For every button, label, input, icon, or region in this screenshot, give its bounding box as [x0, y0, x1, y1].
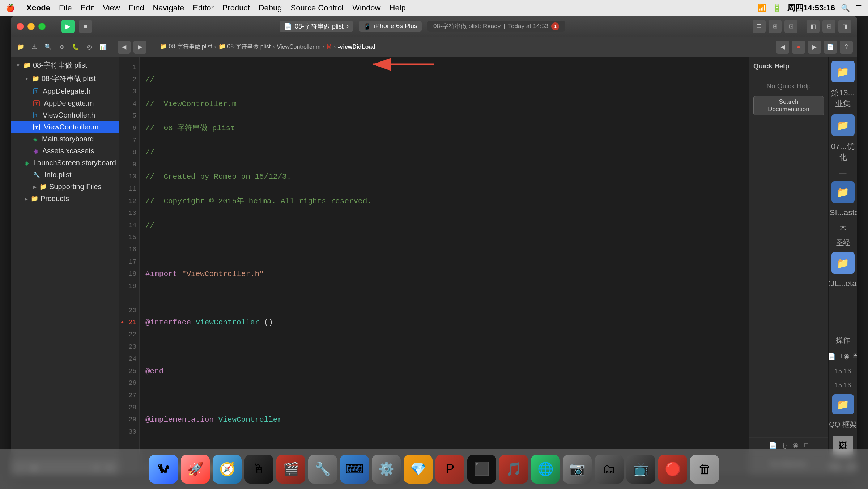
warning-icon-btn[interactable]: ⚠	[29, 42, 40, 52]
dock-app1[interactable]: 🎵	[499, 455, 528, 484]
menubar-debug[interactable]: Debug	[259, 3, 282, 13]
right-folder-2[interactable]: 📁	[831, 114, 855, 136]
debug-icon-btn[interactable]: 🐛	[70, 42, 81, 52]
tree-item-viewcontroller-h[interactable]: h ViewController.h	[11, 109, 119, 121]
dock-finder[interactable]: 🐿	[149, 455, 178, 484]
breadcrumb-sep-1: ›	[214, 44, 216, 50]
tree-item-launchscreen[interactable]: ◈ LaunchScreen.storyboard	[11, 157, 119, 169]
breadcrumb-symbol[interactable]: -viewDidLoad	[338, 44, 375, 50]
dock-pp[interactable]: P	[435, 455, 464, 484]
test-icon-btn[interactable]: ◎	[84, 42, 95, 52]
code-editor[interactable]: 1 2 3 4 5 6 7 8 9 10 11 12 13 14	[119, 57, 749, 475]
tree-item-group[interactable]: ▼ 📁 08-字符串做 plist	[11, 72, 119, 85]
dock-settings[interactable]: ⚙️	[372, 455, 401, 484]
dock-mouse[interactable]: 🖱	[244, 455, 273, 484]
right-folder-4[interactable]: 📁	[831, 252, 855, 274]
dock-launchpad[interactable]: 🚀	[181, 455, 210, 484]
rpb-file-icon[interactable]: 📄	[769, 441, 777, 449]
breadcrumb-group[interactable]: 📁 08-字符串做 plist	[218, 43, 271, 51]
dock-app5[interactable]: 📺	[626, 455, 655, 484]
tree-item-viewcontroller-m[interactable]: m ViewController.m	[11, 121, 119, 133]
tree-item-supporting-files[interactable]: ▶ 📁 Supporting Files	[11, 181, 119, 193]
version-editor-btn[interactable]: ⊡	[784, 20, 797, 33]
nav-left-btn[interactable]: ◀	[776, 41, 789, 54]
device-selector[interactable]: 📱 iPhone 6s Plus	[359, 21, 422, 32]
menubar-xcode[interactable]: Xcode	[26, 3, 50, 13]
rpb-square-icon[interactable]: □	[804, 442, 808, 449]
assistant-btn[interactable]: ⊞	[769, 20, 782, 33]
line-3: 3	[122, 86, 136, 98]
tree-item-appdelegate-m[interactable]: m AppDelegate.m	[11, 97, 119, 109]
right-actions: 📄 □ ◉ 🖥	[828, 350, 857, 362]
right-folder-3[interactable]: 📁	[831, 181, 855, 203]
search-documentation-btn[interactable]: Search Documentation	[753, 96, 824, 115]
search-icon-btn[interactable]: 🔍	[43, 42, 54, 52]
apple-menu-icon[interactable]: 🍎	[6, 4, 15, 12]
doc-help-btn[interactable]: ?	[840, 41, 853, 54]
folder-icon-btn[interactable]: 📁	[15, 42, 26, 52]
scm-icon-btn[interactable]: ⊕	[56, 42, 67, 52]
menubar-edit[interactable]: Edit	[80, 3, 94, 13]
dock-app4[interactable]: 🗂	[595, 455, 624, 484]
control-center-icon[interactable]: ☰	[856, 4, 862, 12]
menubar-help[interactable]: Help	[390, 3, 406, 13]
close-button[interactable]	[17, 23, 24, 30]
breadcrumb-project[interactable]: 📁 08-字符串做 plist	[160, 43, 212, 51]
nav-back-btn[interactable]: ◀	[118, 41, 131, 54]
dock-sketch[interactable]: 💎	[404, 455, 433, 484]
minimize-button[interactable]	[27, 23, 35, 30]
right-act-square[interactable]: □	[838, 352, 842, 360]
menubar-file[interactable]: File	[59, 3, 72, 13]
right-act-monitor[interactable]: 🖥	[852, 352, 857, 360]
breadcrumb-file[interactable]: ViewController.m	[277, 44, 321, 50]
stop-button[interactable]: ■	[79, 20, 92, 33]
maximize-button[interactable]	[38, 23, 46, 30]
menubar-find[interactable]: Find	[129, 3, 144, 13]
menubar-editor[interactable]: Editor	[193, 3, 213, 13]
tree-item-info-plist[interactable]: 🔧 Info.plist	[11, 169, 119, 181]
dock-media[interactable]: 🎬	[276, 455, 305, 484]
code-line-16	[145, 438, 743, 450]
dock-tools[interactable]: 🔧	[308, 455, 337, 484]
search-icon[interactable]: 🔍	[841, 4, 850, 12]
tree-item-products[interactable]: ▶ 📁 Products	[11, 193, 119, 205]
left-panel-btn[interactable]: ◧	[807, 20, 820, 33]
run-button[interactable]: ▶	[61, 20, 75, 33]
right-folder-5[interactable]: 📁	[832, 394, 854, 414]
line-13: 13	[122, 207, 136, 220]
add-file-btn[interactable]: 📄	[824, 41, 837, 54]
menubar-product[interactable]: Product	[222, 3, 250, 13]
right-act-circle[interactable]: ◉	[844, 352, 850, 360]
rpb-circle-icon[interactable]: ◉	[793, 441, 799, 449]
tree-item-root-project[interactable]: ▼ 📁 08-字符串做 plist	[11, 59, 119, 72]
bottom-panel-btn[interactable]: ⊟	[822, 20, 835, 33]
dock-app2[interactable]: 🌐	[531, 455, 560, 484]
code-content[interactable]: // // ViewController.m // 08-字符串做 plist …	[140, 57, 749, 475]
menubar-view[interactable]: View	[103, 3, 120, 13]
dock-safari[interactable]: 🧭	[213, 455, 242, 484]
error-indicator-btn[interactable]: ●	[792, 41, 805, 54]
menubar-window[interactable]: Window	[352, 3, 380, 13]
tree-item-assets[interactable]: ◉ Assets.xcassets	[11, 145, 119, 157]
right-folder-1[interactable]: 📁	[831, 61, 855, 82]
dock-xcode[interactable]: ⌨	[340, 455, 369, 484]
rpb-braces-icon[interactable]: {}	[783, 442, 787, 449]
panel-toggle-btn[interactable]: ☰	[753, 20, 766, 33]
dock-app6[interactable]: 🔴	[658, 455, 687, 484]
nav-right-btn[interactable]: ▶	[808, 41, 821, 54]
scheme-selector[interactable]: 📄 08-字符串做 plist ›	[280, 21, 353, 32]
dock-trash[interactable]: 🗑	[690, 455, 719, 484]
right-panel-btn[interactable]: ◨	[838, 20, 851, 33]
breadcrumb-filetype[interactable]: M	[327, 44, 332, 50]
menubar-navigate[interactable]: Navigate	[153, 3, 184, 13]
tree-label-products: Products	[41, 195, 69, 203]
nav-fwd-btn[interactable]: ▶	[133, 41, 146, 54]
report-icon-btn[interactable]: 📊	[98, 42, 109, 52]
dock-app3[interactable]: 📷	[563, 455, 592, 484]
tree-item-appdelegate-h[interactable]: h AppDelegate.h	[11, 85, 119, 97]
dock-terminal[interactable]: ⬛	[467, 455, 496, 484]
tree-item-main-storyboard[interactable]: ◈ Main.storyboard	[11, 133, 119, 145]
right-act-file[interactable]: 📄	[828, 352, 835, 360]
quick-help-content: No Quick Help Search Documentation	[749, 73, 828, 437]
menubar-source-control[interactable]: Source Control	[291, 3, 344, 13]
